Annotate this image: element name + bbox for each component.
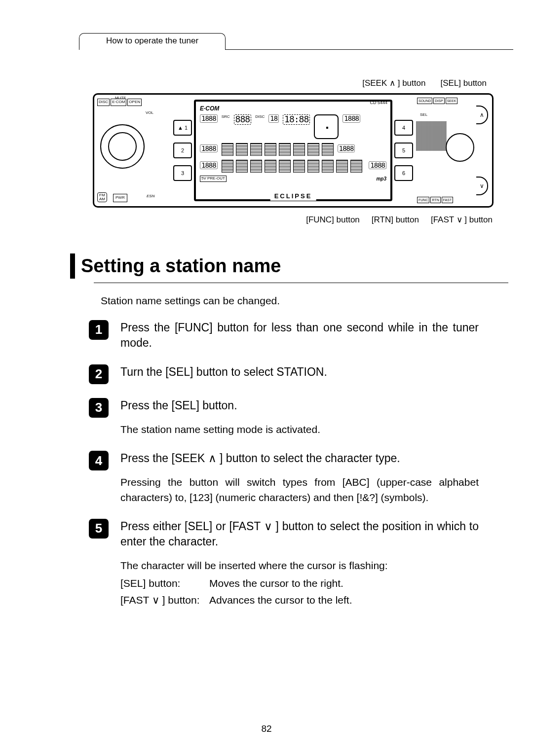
seg-888: 888 xyxy=(234,114,252,125)
device-panel: MUTE DISC E·COM OPEN VOL FM AM PWR ESN ▲… xyxy=(93,93,494,208)
step-5-table: [SEL] button: Moves the cursor to the ri… xyxy=(120,576,479,608)
fast-down-arc: ∨ xyxy=(476,177,488,195)
model-label: CD 5444 xyxy=(370,100,387,106)
fast-tab: FAST xyxy=(442,197,454,203)
preout-badge: 5V PRE-OUT xyxy=(200,176,227,182)
seg-time: 18:88 xyxy=(283,114,310,125)
step-5-row2-k: [FAST ∨ ] button: xyxy=(120,593,209,607)
disc-mini: DISC xyxy=(255,114,265,120)
seg-right-1: 1888 xyxy=(343,114,360,123)
preset-5: 5 xyxy=(394,143,413,158)
seg-left-3: 1888 xyxy=(200,161,218,170)
step-4-badge: 4 xyxy=(89,451,109,470)
seg-left-2: 1888 xyxy=(200,144,218,153)
step-3-title: Press the [SEL] button. xyxy=(120,398,479,413)
preset-1: ▲ 1 xyxy=(173,120,192,136)
page-number: 82 xyxy=(0,722,533,735)
step-2-badge: 2 xyxy=(89,364,109,384)
callout-seek: [SEEK ∧ ] button xyxy=(362,78,425,89)
seg-left-1: 1888 xyxy=(200,114,218,123)
dither-fill xyxy=(416,121,447,151)
device-diagram: [SEEK ∧ ] button [SEL] button MUTE DISC … xyxy=(93,78,494,226)
section-underline xyxy=(94,283,508,283)
ecom-tab: E·COM xyxy=(111,99,126,106)
step-2-title: Turn the [SEL] button to select STATION. xyxy=(120,364,479,380)
src-label: SRC xyxy=(222,114,230,120)
callout-fast: [FAST ∨ ] button xyxy=(431,215,493,226)
sel-knob xyxy=(446,133,474,162)
center-display: CD 5444 E·COM 1888 SRC 888 DISC 18 18:88… xyxy=(194,100,392,201)
preset-6: 6 xyxy=(394,165,413,181)
disp-tab: DISP xyxy=(433,98,444,104)
step-1-badge: 1 xyxy=(89,320,109,340)
preset-2: 2 xyxy=(173,143,192,158)
step-3-desc: The station name setting mode is activat… xyxy=(120,422,479,437)
spectrum-blocks xyxy=(222,160,365,173)
vol-label: VOL xyxy=(146,110,153,116)
func-tab: FUNC xyxy=(417,197,429,203)
seek-tab: SEEK xyxy=(446,98,458,104)
preset-3: 3 xyxy=(173,165,192,181)
eq-blocks xyxy=(222,143,334,156)
seek-up-arc: ∧ xyxy=(476,106,488,124)
section-title: Setting a station name xyxy=(70,253,479,279)
step-5-title: Press either [SEL] or [FAST ∨ ] button t… xyxy=(120,519,479,549)
preset-4: 4 xyxy=(394,120,413,136)
step-4-title: Press the [SEEK ∧ ] button to select the… xyxy=(120,451,479,466)
pwr-button-label: PWR xyxy=(113,194,127,202)
disc-tab: DISC xyxy=(97,99,110,106)
fm-am-pill: FM AM xyxy=(97,192,107,202)
step-3-badge: 3 xyxy=(89,398,109,418)
callout-rtn: [RTN] button xyxy=(372,215,419,226)
step-5-row2-v: Advances the cursor to the left. xyxy=(209,593,479,607)
callout-func: [FUNC] button xyxy=(306,215,360,226)
step-5-desc-intro: The character will be inserted where the… xyxy=(120,558,479,573)
rtn-tab: RTN xyxy=(430,197,440,203)
step-1-title: Press the [FUNC] button for less than on… xyxy=(120,320,479,351)
ecom-logo: E·COM xyxy=(200,105,386,112)
step-5-badge: 5 xyxy=(89,519,109,539)
callout-sel: [SEL] button xyxy=(440,78,487,89)
step-5-row1-k: [SEL] button: xyxy=(120,576,209,590)
seg-right-2: 1888 xyxy=(338,144,355,153)
section-tab: How to operate the tuner xyxy=(79,33,226,50)
intro-text: Station name settings can be changed. xyxy=(101,294,479,308)
step-4-desc: Pressing the button will switch types fr… xyxy=(120,475,479,505)
eclipse-brand: ECLIPSE xyxy=(270,192,316,201)
open-tab: OPEN xyxy=(127,99,142,106)
sel-knob-label: SEL xyxy=(420,112,427,118)
mp3-label: mp3 xyxy=(376,176,386,182)
seg-18: 18 xyxy=(268,114,279,123)
volume-knob xyxy=(100,124,145,169)
sound-tab: SOUND xyxy=(417,98,432,104)
esn-label: ESN xyxy=(147,194,154,199)
compass-icon xyxy=(314,114,339,139)
seg-right-3: 1888 xyxy=(369,161,386,170)
step-5-row1-v: Moves the cursor to the right. xyxy=(209,576,479,590)
